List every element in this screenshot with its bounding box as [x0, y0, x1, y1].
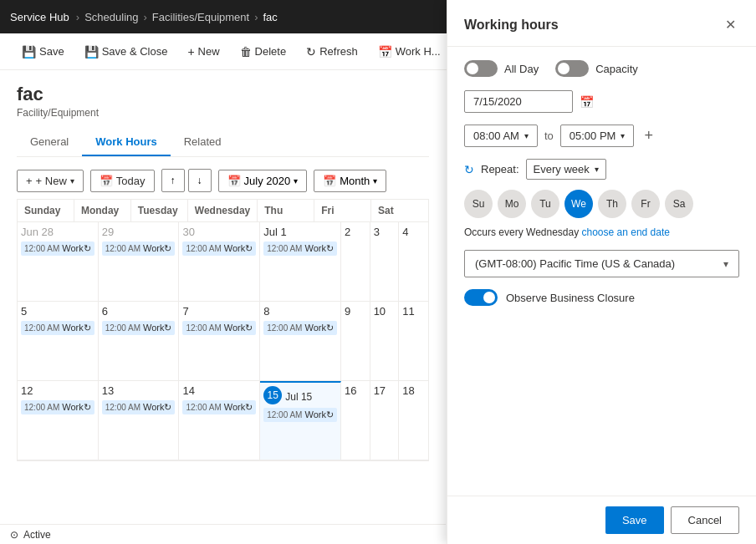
cal-new-button[interactable]: + + New ▾ — [17, 170, 84, 192]
cal-date-jul1: Jul 1 — [263, 226, 337, 238]
record-title: fac — [17, 84, 429, 105]
cal-cell-jun28[interactable]: Jun 28 12:00 AM Work↻ — [18, 222, 99, 302]
cal-cell-11[interactable]: 11 — [399, 302, 428, 381]
cal-cell-jul15[interactable]: 15 Jul 15 12:00 AM Work↻ — [260, 381, 341, 460]
delete-button[interactable]: 🗑 Delete — [232, 40, 295, 64]
cal-event[interactable]: 12:00 AM Work↻ — [21, 321, 94, 335]
cal-cell-17[interactable]: 17 — [370, 381, 400, 460]
cal-month-selector[interactable]: 📅 July 2020 ▾ — [218, 170, 308, 192]
choose-end-date-link[interactable]: choose an end date — [582, 226, 670, 238]
day-monday[interactable]: Mo — [498, 190, 526, 218]
repeat-value: Every week — [534, 163, 590, 175]
time-end-value: 05:00 PM — [570, 130, 616, 142]
cal-cell-6[interactable]: 6 12:00 AM Work↻ — [99, 302, 180, 381]
refresh-button[interactable]: ↻ Refresh — [298, 40, 366, 64]
cal-cell-16[interactable]: 16 — [341, 381, 370, 460]
time-end-select[interactable]: 05:00 PM ▾ — [560, 125, 635, 147]
panel-title: Working hours — [464, 18, 559, 33]
cal-date-18: 18 — [402, 384, 425, 397]
status-bar: ⊙ Active — [0, 524, 446, 544]
cal-cell-8[interactable]: 8 12:00 AM Work↻ — [260, 302, 341, 381]
cal-cell-12[interactable]: 12 12:00 AM Work↻ — [18, 381, 99, 460]
time-start-select[interactable]: 08:00 AM ▾ — [464, 125, 538, 147]
working-hours-panel: Working hours ✕ All Day C — [447, 0, 756, 544]
day-tuesday[interactable]: Tu — [531, 190, 559, 218]
cal-event[interactable]: 12:00 AM Work↻ — [21, 400, 94, 414]
tabs: General Work Hours Related — [17, 129, 429, 157]
cal-event[interactable]: 12:00 AM Work↻ — [102, 321, 176, 335]
cal-cell-29[interactable]: 29 12:00 AM Work↻ — [99, 222, 180, 302]
cancel-panel-button[interactable]: Cancel — [671, 506, 739, 534]
timezone-text: (GMT-08:00) Pacific Time (US & Canada) — [475, 257, 675, 270]
cal-event[interactable]: 12:00 AM Work↻ — [102, 241, 176, 256]
time-end-chevron-icon: ▾ — [621, 131, 625, 140]
tab-general[interactable]: General — [17, 129, 82, 156]
cal-calendar-icon: 📅 — [227, 175, 241, 187]
save-close-icon: 💾 — [84, 45, 99, 58]
day-friday[interactable]: Fr — [631, 190, 660, 218]
cal-cell-5[interactable]: 5 12:00 AM Work↻ — [18, 302, 99, 381]
occurs-text: Occurs every Wednesday choose an end dat… — [464, 226, 739, 238]
cal-event[interactable]: 12:00 AM Work↻ — [263, 241, 337, 256]
cal-date-jun28: Jun 28 — [21, 226, 94, 238]
cal-date-10: 10 — [374, 305, 396, 318]
cal-cell-13[interactable]: 13 12:00 AM Work↻ — [99, 381, 180, 460]
repeat-select[interactable]: Every week ▾ — [526, 159, 606, 180]
timezone-row[interactable]: (GMT-08:00) Pacific Time (US & Canada) ▾ — [464, 250, 739, 277]
cal-date-6: 6 — [102, 305, 176, 318]
app-name: Service Hub — [10, 11, 69, 23]
save-close-button[interactable]: 💾 Save & Close — [76, 40, 176, 64]
cal-date-12: 12 — [21, 384, 94, 397]
time-row: 08:00 AM ▾ to 05:00 PM ▾ + — [464, 125, 739, 147]
cal-event[interactable]: 12:00 AM Work↻ — [182, 241, 256, 256]
save-button[interactable]: 💾 Save — [13, 40, 73, 64]
cal-cell-9[interactable]: 9 — [341, 302, 370, 381]
calendar-toolbar: + + New ▾ 📅 Today ↑ ↓ 📅 July 2020 ▾ 📅 Mo… — [17, 169, 429, 192]
all-day-slider — [464, 60, 498, 77]
work-hours-button[interactable]: 📅 Work H... — [370, 40, 449, 64]
save-icon: 💾 — [22, 45, 36, 58]
calendar-icon: 📅 — [378, 45, 392, 58]
cal-event[interactable]: 12:00 AM Work↻ — [21, 241, 94, 256]
save-panel-button[interactable]: Save — [605, 506, 664, 534]
day-wednesday[interactable]: We — [564, 190, 593, 218]
day-sunday[interactable]: Su — [464, 190, 493, 218]
cal-next-button[interactable]: ↓ — [188, 169, 212, 192]
capacity-toggle[interactable] — [555, 60, 589, 77]
cal-cell-10[interactable]: 10 — [370, 302, 400, 381]
day-saturday[interactable]: Sa — [665, 190, 693, 218]
tab-work-hours[interactable]: Work Hours — [82, 129, 170, 156]
cal-cell-18[interactable]: 18 — [399, 381, 428, 460]
cal-event[interactable]: 12:00 AM Work↻ — [182, 321, 256, 335]
cal-cell-30[interactable]: 30 12:00 AM Work↻ — [179, 222, 260, 302]
panel-close-button[interactable]: ✕ — [722, 13, 739, 36]
calendar: Sunday Monday Tuesday Wednesday Thu Fri … — [17, 199, 429, 461]
breadcrumb-facilities[interactable]: Facilities/Equipment — [152, 11, 249, 23]
add-time-button[interactable]: + — [641, 127, 656, 145]
calendar-picker-icon[interactable]: 📅 — [580, 95, 594, 109]
cal-cell-14[interactable]: 14 12:00 AM Work↻ — [179, 381, 260, 460]
cal-prev-button[interactable]: ↑ — [161, 169, 185, 192]
cal-view-selector[interactable]: 📅 Month ▾ — [314, 170, 386, 192]
tab-related[interactable]: Related — [171, 129, 235, 156]
day-thursday[interactable]: Th — [598, 190, 626, 218]
cal-event[interactable]: 12:00 AM Work↻ — [182, 400, 256, 414]
all-day-toggle[interactable] — [464, 60, 498, 77]
cal-event[interactable]: 12:00 AM Work↻ — [263, 321, 337, 335]
cal-cell-7[interactable]: 7 12:00 AM Work↻ — [179, 302, 260, 381]
new-button[interactable]: + New — [179, 40, 227, 64]
cal-cell-2[interactable]: 2 — [341, 222, 370, 302]
calendar-header: Sunday Monday Tuesday Wednesday Thu Fri … — [18, 200, 428, 222]
cal-cell-3[interactable]: 3 — [370, 222, 400, 302]
cal-date-4: 4 — [402, 226, 425, 238]
cal-event[interactable]: 12:00 AM Work↻ — [263, 408, 337, 422]
cal-date-13: 13 — [102, 384, 176, 397]
date-input[interactable] — [464, 90, 573, 113]
cal-cell-4[interactable]: 4 — [399, 222, 428, 302]
breadcrumb-scheduling[interactable]: Scheduling — [84, 11, 138, 23]
cal-event[interactable]: 12:00 AM Work↻ — [102, 400, 176, 414]
observe-toggle[interactable] — [464, 289, 498, 306]
cal-date-11: 11 — [402, 305, 425, 318]
cal-cell-jul1[interactable]: Jul 1 12:00 AM Work↻ — [260, 222, 341, 302]
cal-today-button[interactable]: 📅 Today — [90, 170, 155, 192]
